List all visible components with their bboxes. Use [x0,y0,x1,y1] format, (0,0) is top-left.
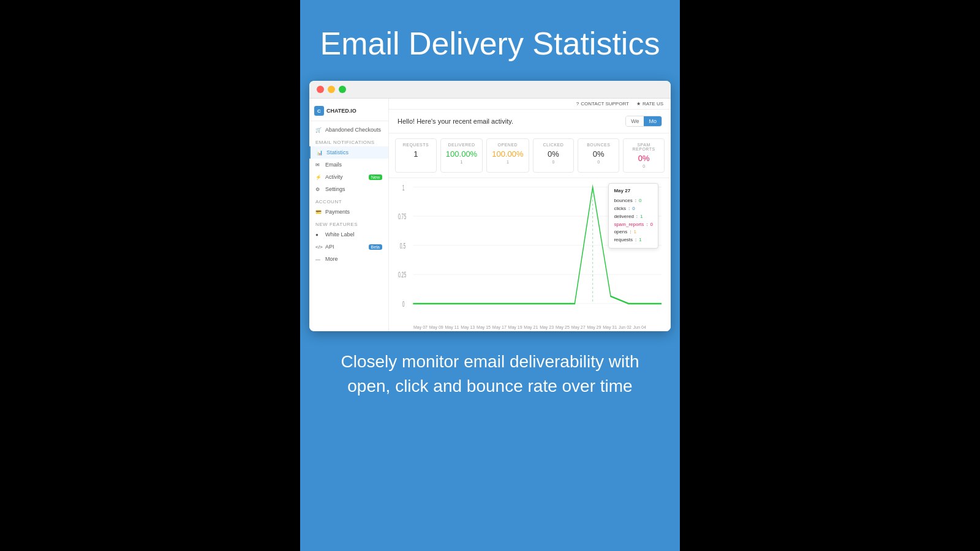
time-toggle-group: We Mo [625,116,662,127]
stat-label-3: CLICKED [538,143,569,147]
svg-text:0: 0 [402,300,405,308]
x-label-jun02: Jun 02 [619,325,631,329]
sidebar-item-more[interactable]: — More [309,253,388,265]
tooltip-bounces-key: bounces [614,197,632,205]
tooltip-clicks-val: 0 [632,205,635,213]
stat-value-5: 0% [628,154,659,163]
stat-label-4: BOUNCES [583,143,614,147]
sidebar-more-label: More [325,256,338,262]
chart-area: 1 0.75 0.5 0.25 0 [389,178,671,331]
toggle-month-button[interactable]: Mo [644,116,662,126]
sidebar-section-email: Email Notifications [309,136,388,146]
stat-sub-2: 1 [492,160,523,164]
x-label-may13: May 13 [461,325,475,329]
tooltip-opens-key: opens [614,228,627,236]
tooltip-spam-key: spam_reports [614,221,644,229]
greeting-text: Hello! Here's your recent email activity… [398,118,513,125]
app-content: C CHATED.IO 🛒 Abandoned Checkouts Email … [309,99,671,331]
payments-icon: 💳 [315,209,322,215]
tooltip-delivered-key: delivered [614,213,633,221]
app-header: C CHATED.IO [309,103,388,121]
x-label-may09: May 09 [429,325,443,329]
toggle-week-button[interactable]: We [626,116,644,126]
stat-card-requests: REQUESTS1 [395,138,437,173]
x-label-may23: May 23 [540,325,554,329]
stat-value-4: 0% [583,149,614,159]
x-label-may15: May 15 [477,325,491,329]
sidebar-abandoned-label: Abandoned Checkouts [325,127,381,133]
svg-text:0.5: 0.5 [400,242,405,250]
tooltip-bounces: bounces : 0 [614,197,653,205]
tooltip-clicks: clicks : 0 [614,205,653,213]
sidebar-api-label: API [325,244,334,250]
tooltip-delivered: delivered : 1 [614,213,653,221]
top-nav: ? CONTACT SUPPORT ★ RATE US [389,99,671,110]
email-icon: ✉ [315,162,322,168]
sidebar-item-activity[interactable]: ⚡ Activity New [309,171,388,183]
sidebar-item-emails[interactable]: ✉ Emails [309,159,388,171]
sidebar-item-statistics[interactable]: 📊 Statistics [309,146,388,159]
sidebar-item-api[interactable]: </> API Beta [309,241,388,253]
tooltip-requests-val: 1 [639,236,641,244]
stat-sub-3: 0 [538,160,569,164]
tooltip-opens-val: 1 [633,228,636,236]
x-label-may27: May 27 [571,325,586,329]
x-label-may17: May 17 [492,325,507,329]
rate-us-link[interactable]: ★ RATE US [636,101,663,107]
stat-value-1: 100.00% [446,149,477,159]
label-icon: ● [315,232,322,238]
tooltip-spam-val: 0 [650,221,653,229]
rate-us-label: RATE US [643,101,663,107]
minimize-button[interactable] [328,86,335,93]
sidebar-item-abandoned[interactable]: 🛒 Abandoned Checkouts [309,124,388,136]
contact-support-link[interactable]: ? CONTACT SUPPORT [576,101,629,107]
activity-badge: New [369,174,382,180]
sidebar-statistics-label: Statistics [326,149,349,156]
settings-icon: ⚙ [315,187,322,192]
sidebar-white-label: White Label [325,231,355,238]
sidebar-item-payments[interactable]: 💳 Payments [309,206,388,218]
sidebar-section-new-features: New Features [309,218,388,228]
stat-value-2: 100.00% [492,149,523,159]
browser-titlebar [309,81,671,99]
svg-text:0.25: 0.25 [398,271,406,279]
main-content-panel: ? CONTACT SUPPORT ★ RATE US Hello! Here'… [389,99,671,331]
more-icon: — [315,257,322,262]
stat-label-1: DELIVERED [446,143,477,147]
cart-icon: 🛒 [315,127,322,133]
stat-label-0: REQUESTS [401,143,431,147]
stat-card-spam-reports: SPAM REPORTS0%0 [623,138,665,173]
contact-support-label: CONTACT SUPPORT [581,101,629,107]
app-logo: C CHATED.IO [314,106,356,116]
page-title: Email Delivery Statistics [318,24,662,62]
sidebar-payments-label: Payments [325,209,350,215]
x-label-may25: May 25 [556,325,570,329]
content-header: Hello! Here's your recent email activity… [389,110,671,133]
x-label-may31: May 31 [603,325,617,329]
stat-value-3: 0% [538,149,569,159]
x-label-jun04: Jun 04 [633,325,646,329]
x-label-may21: May 21 [524,325,538,329]
close-button[interactable] [317,86,324,93]
star-icon: ★ [636,101,641,107]
main-container: Email Delivery Statistics C CHATED.IO 🛒 [300,0,680,551]
chart-tooltip: May 27 bounces : 0 clicks : 0 deliver [608,183,658,249]
x-label-may19: May 19 [508,325,522,329]
logo-icon: C [314,106,324,116]
stat-card-delivered: DELIVERED100.00%1 [440,138,483,173]
sidebar-activity-label: Activity [325,174,343,180]
x-label-may11: May 11 [445,325,459,329]
tooltip-requests: requests : 1 [614,236,653,244]
tooltip-requests-key: requests [614,236,633,244]
maximize-button[interactable] [339,86,346,93]
logo-text: CHATED.IO [326,108,356,114]
tooltip-clicks-key: clicks [614,205,626,213]
stat-card-clicked: CLICKED0%0 [533,138,575,173]
code-icon: </> [315,244,322,250]
stat-label-2: OPENED [492,143,523,147]
sidebar-item-white-label[interactable]: ● White Label [309,228,388,241]
x-label-may29: May 29 [587,325,601,329]
svg-text:0.75: 0.75 [398,213,406,221]
stats-cards-container: REQUESTS1DELIVERED100.00%1OPENED100.00%1… [389,133,671,178]
sidebar-item-settings[interactable]: ⚙ Settings [309,183,388,195]
